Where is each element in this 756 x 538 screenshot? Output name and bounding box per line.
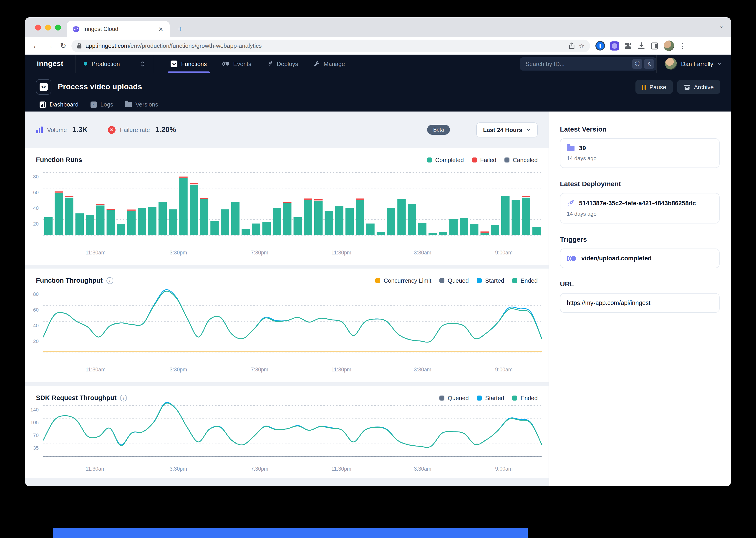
stats-bar: Volume 1.3K ✕ Failure rate 1.20% Beta La… bbox=[25, 112, 548, 148]
latest-version-card[interactable]: 39 14 days ago bbox=[560, 138, 720, 168]
svg-text:20: 20 bbox=[33, 339, 39, 344]
browser-toolbar: ← → ↻ app.inngest.com/env/production/fun… bbox=[25, 37, 731, 55]
onepassword-extension-icon[interactable] bbox=[595, 41, 605, 51]
app-navbar: inngest Production <>FunctionsEventsDepl… bbox=[25, 55, 731, 73]
legend-item: Canceled bbox=[504, 156, 538, 163]
nav-item-events[interactable]: Events bbox=[216, 55, 258, 73]
function-runs-card: Function Runs CompletedFailedCanceled 20… bbox=[25, 148, 548, 265]
svg-text:9:00am: 9:00am bbox=[495, 367, 513, 373]
latest-version-time: 14 days ago bbox=[567, 155, 713, 162]
minimize-window-button[interactable] bbox=[45, 25, 51, 30]
sidebar-panel-icon[interactable] bbox=[650, 42, 659, 50]
reload-icon[interactable]: ↻ bbox=[58, 41, 69, 50]
svg-text:35: 35 bbox=[33, 445, 39, 451]
volume-value: 1.3K bbox=[72, 126, 88, 134]
svg-text:80: 80 bbox=[33, 174, 39, 180]
tab-search-chevron-icon[interactable]: ⌄ bbox=[719, 23, 724, 29]
environment-chevrons-icon bbox=[141, 61, 145, 66]
browser-tab[interactable]: Inngest Cloud ✕ bbox=[67, 21, 170, 37]
svg-text:3:30pm: 3:30pm bbox=[170, 367, 187, 373]
svg-text:3:30pm: 3:30pm bbox=[170, 466, 187, 472]
bookmark-star-icon[interactable]: ☆ bbox=[579, 42, 585, 49]
tab-versions[interactable]: Versions bbox=[121, 101, 162, 113]
trigger-card[interactable]: video/upload.completed bbox=[560, 248, 720, 268]
address-bar[interactable]: app.inngest.com/env/production/functions… bbox=[71, 39, 590, 52]
tab-logs[interactable]: >_Logs bbox=[87, 101, 117, 113]
forward-icon[interactable]: → bbox=[44, 42, 55, 50]
extension-icons: ⋮ bbox=[595, 40, 686, 51]
function-throughput-card: Function Throughputi Concurrency LimitQu… bbox=[25, 269, 548, 382]
event-trigger-icon bbox=[567, 255, 577, 261]
events-icon bbox=[222, 61, 229, 67]
search-placeholder: Search by ID... bbox=[525, 60, 631, 67]
browser-menu-icon[interactable]: ⋮ bbox=[679, 42, 686, 50]
zoom-window-button[interactable] bbox=[55, 25, 61, 30]
svg-text:7:30pm: 7:30pm bbox=[251, 250, 268, 255]
functions-icon: <> bbox=[171, 60, 178, 67]
version-folder-icon bbox=[567, 145, 575, 151]
manage-wrench-icon bbox=[314, 61, 320, 67]
tab-title: Inngest Cloud bbox=[83, 26, 153, 32]
url-value: https://my-app.com/api/inngest bbox=[567, 299, 650, 306]
pause-button[interactable]: Pause bbox=[636, 80, 673, 94]
latest-version-value: 39 bbox=[579, 145, 586, 152]
legend-item: Ended bbox=[512, 395, 538, 401]
back-icon[interactable]: ← bbox=[30, 42, 41, 50]
svg-text:7:30pm: 7:30pm bbox=[251, 367, 268, 373]
trigger-value: video/upload.completed bbox=[581, 255, 652, 262]
latest-deployment-heading: Latest Deployment bbox=[560, 180, 720, 188]
tab-dashboard[interactable]: Dashboard bbox=[36, 101, 82, 113]
details-sidebar: Latest Version 39 14 days ago Latest Dep… bbox=[549, 112, 731, 486]
function-runs-chart: 2040608011:30am3:30pm7:30pm11:30pm3:30am… bbox=[25, 163, 549, 262]
function-throughput-legend: Concurrency LimitQueuedStartedEnded bbox=[375, 277, 538, 284]
primary-nav: <>FunctionsEventsDeploysManage bbox=[154, 55, 352, 73]
svg-text:20: 20 bbox=[33, 221, 39, 227]
user-avatar bbox=[665, 58, 677, 70]
lock-icon bbox=[77, 43, 82, 49]
legend-item: Started bbox=[477, 395, 504, 401]
cmd-key-icon: ⌘ bbox=[632, 59, 642, 69]
new-tab-button[interactable]: ＋ bbox=[176, 23, 184, 34]
close-window-button[interactable] bbox=[35, 25, 41, 30]
failure-rate-label: Failure rate bbox=[120, 126, 150, 133]
info-icon[interactable]: i bbox=[120, 395, 127, 401]
inngest-logo[interactable]: inngest bbox=[25, 55, 75, 73]
url-heading: URL bbox=[560, 280, 720, 288]
browser-window: Inngest Cloud ✕ ＋ ⌄ ← → ↻ app.inngest.co… bbox=[25, 17, 731, 486]
svg-text:140: 140 bbox=[30, 407, 39, 412]
environment-selector[interactable]: Production bbox=[76, 55, 153, 73]
sdk-throughput-chart: 357010514011:30am3:30pm7:30pm11:30pm3:30… bbox=[25, 402, 549, 476]
rocket-icon bbox=[567, 199, 575, 207]
search-input[interactable]: Search by ID... ⌘ K bbox=[520, 57, 656, 70]
browser-profile-avatar[interactable] bbox=[664, 40, 674, 51]
failure-rate-stat: ✕ Failure rate 1.20% bbox=[108, 126, 176, 134]
svg-text:3:30am: 3:30am bbox=[414, 250, 431, 255]
k-key-icon: K bbox=[644, 59, 654, 69]
svg-text:80: 80 bbox=[33, 291, 39, 297]
extensions-puzzle-icon[interactable] bbox=[624, 42, 632, 50]
nav-item-manage[interactable]: Manage bbox=[307, 55, 352, 73]
logs-terminal-icon: >_ bbox=[90, 101, 97, 108]
legend-item: Queued bbox=[440, 277, 469, 284]
info-icon[interactable]: i bbox=[106, 277, 113, 284]
time-range-select[interactable]: Last 24 Hours bbox=[476, 122, 538, 137]
purple-extension-icon[interactable] bbox=[610, 41, 619, 50]
url-card[interactable]: https://my-app.com/api/inngest bbox=[560, 293, 720, 313]
sdk-throughput-title: SDK Request Throughputi bbox=[36, 394, 127, 402]
tab-close-icon[interactable]: ✕ bbox=[157, 26, 165, 32]
environment-name: Production bbox=[92, 60, 137, 67]
downloads-icon[interactable] bbox=[637, 42, 645, 50]
nav-item-deploys[interactable]: Deploys bbox=[260, 55, 305, 73]
browser-tab-strip: Inngest Cloud ✕ ＋ ⌄ bbox=[25, 17, 731, 37]
share-icon[interactable] bbox=[569, 42, 575, 49]
archive-button[interactable]: Archive bbox=[677, 80, 720, 94]
nav-item-functions[interactable]: <>Functions bbox=[165, 55, 213, 73]
svg-text:60: 60 bbox=[33, 189, 39, 195]
svg-text:11:30am: 11:30am bbox=[85, 367, 106, 373]
deploys-rocket-icon bbox=[267, 61, 273, 67]
latest-version-heading: Latest Version bbox=[560, 125, 720, 133]
latest-deployment-card[interactable]: 5141387e-35c2-4efe-a421-4843b86258dc 14 … bbox=[560, 193, 720, 224]
user-menu[interactable]: Dan Farrelly bbox=[657, 55, 731, 73]
svg-text:7:30pm: 7:30pm bbox=[251, 466, 268, 472]
legend-item: Failed bbox=[472, 156, 496, 163]
